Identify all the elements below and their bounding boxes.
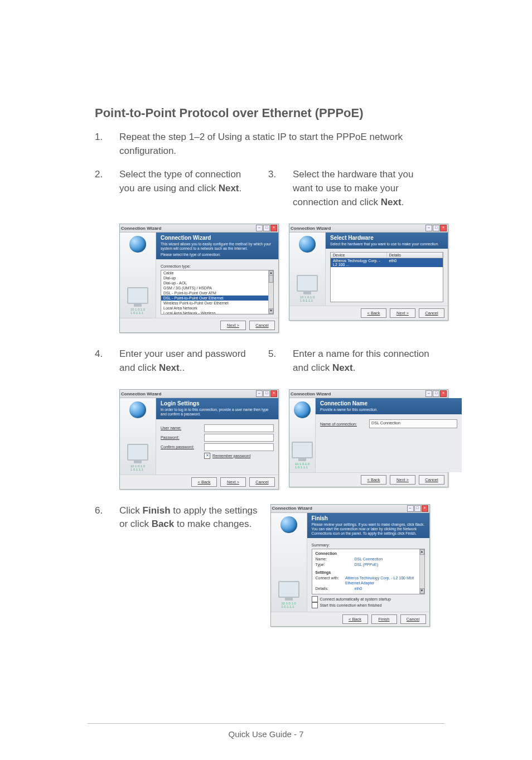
close-button[interactable]: × <box>422 505 428 512</box>
globe-icon <box>294 401 311 418</box>
next-button[interactable]: Next > <box>220 477 246 487</box>
dialog-main: Login Settings In order to log in to thi… <box>156 398 278 474</box>
list-item[interactable]: Wireless Point-to-Point Over Ethernet <box>161 301 273 306</box>
remember-checkbox[interactable]: ✕ <box>204 453 210 459</box>
scrollbar[interactable]: ▲ ▼ <box>419 549 424 594</box>
col-device[interactable]: Device <box>331 253 387 258</box>
window-title: Connection Wizard <box>272 506 312 511</box>
globe-icon <box>129 401 146 418</box>
step-number: 3. <box>268 168 293 209</box>
maximize-button[interactable]: □ <box>263 390 270 397</box>
next-button[interactable]: Next > <box>390 475 415 485</box>
cell-details: eth0 <box>387 258 443 267</box>
minimize-button[interactable]: – <box>256 225 263 231</box>
cancel-button[interactable]: Cancel <box>419 308 444 318</box>
next-button[interactable]: Next > <box>390 308 415 318</box>
minimize-button[interactable]: – <box>256 390 263 397</box>
dialog-content: Name of connection: DSL Connection <box>316 414 462 472</box>
cancel-button[interactable]: Cancel <box>249 477 275 487</box>
list-item[interactable]: Local Area Network <box>161 306 273 311</box>
dialog-connection-wizard: Connection Wizard – □ × 10 1.0.1.01.0.1.… <box>119 224 279 333</box>
back-button[interactable]: < Back <box>191 477 217 487</box>
minimize-button[interactable]: – <box>425 225 432 231</box>
summary-key: Name: <box>316 556 355 562</box>
decorative-numbers: 10 1.0.1.01.0.1.1.1 <box>130 308 146 314</box>
cancel-button[interactable]: Cancel <box>249 321 275 330</box>
list-item[interactable]: Cable <box>161 270 273 275</box>
dialog-login-settings: Connection Wizard – □ × 10 1.0.1.01.0.1.… <box>119 389 279 489</box>
monitor-stand <box>134 304 142 307</box>
scroll-thumb[interactable] <box>269 275 273 283</box>
maximize-button[interactable]: □ <box>433 225 439 231</box>
auto-connect-label: Connect automatically at system startup <box>320 597 391 602</box>
connection-type-list[interactable]: Cable Dial-up Dial-up - AOL GSM / 3G (UM… <box>161 270 274 314</box>
table-row[interactable]: Atheros Technology Corp. - L2 100 ... et… <box>331 258 443 267</box>
decorative-numbers: 10 1.0.1.01.0.1.1.1 <box>130 464 146 471</box>
cell-device: Atheros Technology Corp. - L2 100 ... <box>331 258 387 267</box>
scrollbar[interactable]: ▲ ▼ <box>268 270 273 314</box>
step-text: Enter your user and password and click N… <box>119 347 258 375</box>
finish-button[interactable]: Finish <box>371 614 397 624</box>
back-label: < Back <box>349 617 361 622</box>
username-label: User name: <box>161 425 201 430</box>
minimize-button[interactable]: – <box>407 505 414 512</box>
col-details[interactable]: Details <box>387 253 443 258</box>
list-item[interactable]: Dial-up <box>161 275 273 280</box>
minimize-button[interactable]: – <box>425 390 432 397</box>
dialog-main: Finish Please review your settings. If y… <box>307 513 429 612</box>
titlebar: Connection Wizard – □ × <box>289 224 448 233</box>
step-number: 2. <box>95 168 119 195</box>
window-buttons: – □ × <box>407 505 428 512</box>
dialog-body: 10 1.0.1.01.0.1.1.1 Finish Please review… <box>271 513 429 612</box>
summary-row: Details:eth0 <box>316 586 421 592</box>
summary-key: Type: <box>316 562 355 568</box>
close-button[interactable]: × <box>440 225 447 231</box>
close-button[interactable]: × <box>270 390 277 397</box>
hardware-table[interactable]: Device Details Atheros Technology Corp. … <box>330 252 443 302</box>
maximize-button[interactable]: □ <box>414 505 421 512</box>
summary-value: DSL Connection <box>355 556 383 562</box>
back-button[interactable]: < Back <box>361 475 386 485</box>
back-label: < Back <box>367 477 380 482</box>
scroll-down-icon[interactable]: ▼ <box>269 308 273 314</box>
dialog-subtitle: Select the hardware that you want to use… <box>330 242 443 246</box>
cancel-button[interactable]: Cancel <box>419 475 444 485</box>
step-text-bold: Next <box>332 362 353 373</box>
scroll-down-icon[interactable]: ▼ <box>420 588 424 594</box>
window-buttons: – □ × <box>425 225 447 231</box>
step-text-b: . <box>239 183 242 193</box>
close-button[interactable]: × <box>270 225 277 231</box>
sidebar-graphic: 10 1.0.1.01.0.1.1.1 <box>289 233 326 306</box>
maximize-button[interactable]: □ <box>433 390 439 397</box>
list-item[interactable]: Local Area Network - Wireless <box>161 311 273 314</box>
next-label: Next > <box>227 480 239 485</box>
cancel-button[interactable]: Cancel <box>400 614 426 624</box>
step-4: 4. Enter your user and password and clic… <box>95 347 258 375</box>
step-text-bold: Finish <box>143 505 171 516</box>
back-button[interactable]: < Back <box>342 614 368 624</box>
auto-connect-checkbox[interactable] <box>312 596 318 602</box>
confirm-input[interactable] <box>204 443 274 451</box>
list-item[interactable]: GSM / 3G (UMTS) / HSDPA <box>161 285 273 291</box>
list-item[interactable]: DSL - Point-to-Point Over ATM <box>161 291 273 296</box>
monitor-stand <box>298 458 306 461</box>
dialog-main: Select Hardware Select the hardware that… <box>326 233 448 306</box>
connection-name-input[interactable]: DSL Connection <box>369 419 457 428</box>
start-now-checkbox[interactable] <box>312 602 318 608</box>
summary-value: Atheros Technology Corp. - L2 100 Mbit E… <box>345 575 421 587</box>
dialog-main: Connection Name Provide a name for this … <box>316 398 462 472</box>
scroll-up-icon[interactable]: ▲ <box>420 549 424 555</box>
next-button[interactable]: Next > <box>220 321 246 330</box>
back-button[interactable]: < Back <box>361 308 386 318</box>
back-label: < Back <box>197 480 210 485</box>
username-input[interactable] <box>204 424 274 432</box>
list-item[interactable]: Dial-up - AOL <box>161 280 273 285</box>
close-button[interactable]: × <box>440 390 447 397</box>
window-title: Connection Wizard <box>291 391 331 396</box>
maximize-button[interactable]: □ <box>263 225 270 231</box>
globe-icon <box>299 236 316 253</box>
password-input[interactable] <box>204 434 274 442</box>
monitor-icon <box>127 287 148 304</box>
list-item-selected[interactable]: DSL - Point-to-Point Over Ethernet <box>161 296 273 301</box>
page-title: Point-to-Point Protocol over Ethernet (P… <box>95 106 432 120</box>
